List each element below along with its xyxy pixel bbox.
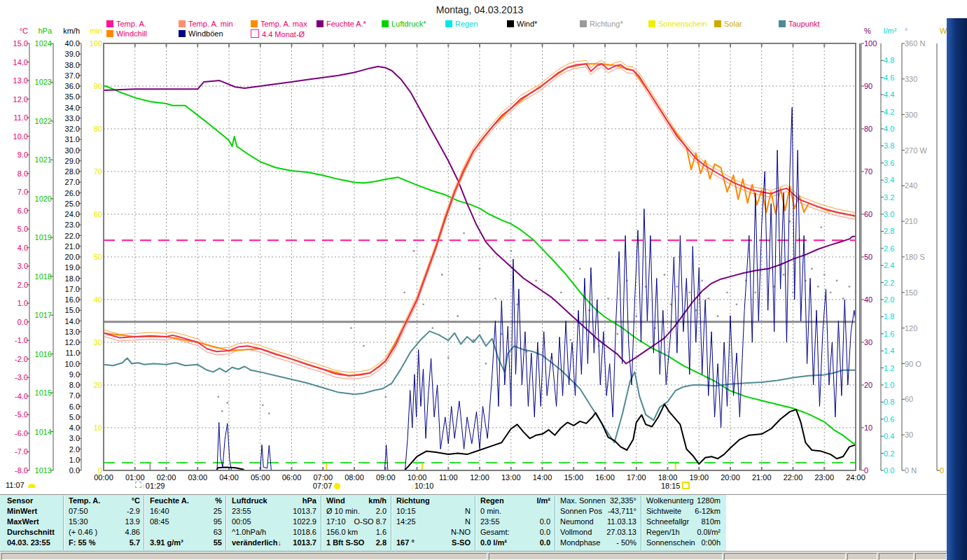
cell-label: Mondphase bbox=[556, 538, 601, 548]
axis-label-kmh: 14.0 bbox=[57, 317, 80, 326]
table-row: 3.91 g/m³55 bbox=[146, 538, 225, 548]
axis-label-deg: 210 bbox=[905, 217, 937, 225]
axis-label-kmh: 7.0 bbox=[57, 391, 80, 400]
table-header-row: Windkm/h bbox=[322, 496, 389, 506]
table-row: N-NO bbox=[392, 527, 473, 538]
sun-outline-icon bbox=[682, 482, 690, 489]
axis-label-kmh: 19.0 bbox=[57, 263, 80, 272]
cell-value: 810m bbox=[701, 517, 723, 527]
cell-value: 0.0l/m² bbox=[697, 527, 723, 538]
axis-unit-deg: ° bbox=[905, 27, 907, 35]
cell-label: Sichtweite bbox=[642, 506, 681, 517]
x-axis-label: 17:00 bbox=[621, 473, 652, 482]
table-row: 16:4025 bbox=[146, 506, 225, 517]
table-row: 17:10O-SO 8.7 bbox=[322, 517, 389, 527]
cell-value: N bbox=[465, 506, 473, 517]
axis-label-kmh: 40.0 bbox=[57, 39, 80, 48]
axis-label-min: 80 bbox=[83, 125, 102, 133]
table-header-row: Richtung bbox=[392, 496, 473, 506]
axis-label-lm2: 4.0 bbox=[884, 125, 916, 133]
table-row: Sonnen Pos-43,711° bbox=[556, 506, 639, 517]
axis-label-kmh: 5.0 bbox=[57, 413, 80, 421]
x-axis-label: 12:00 bbox=[464, 473, 495, 482]
axis-unit-lm2: l/m² bbox=[884, 27, 896, 35]
table-row: Mondphase- 50% bbox=[556, 538, 639, 548]
x-axis-label: 03:00 bbox=[182, 473, 213, 482]
sunrise-corner-marker: 11:07 bbox=[6, 481, 36, 490]
axis-label-hpa: 1018 bbox=[31, 272, 52, 281]
axis-label-hpa: 1024 bbox=[31, 39, 52, 48]
table-row: Sichtweite6-12km bbox=[642, 506, 723, 517]
axis-label-kmh: 0.0 bbox=[57, 466, 80, 475]
table-col-wind: Windkm/hØ 10 min.2.017:10O-SO 8.7156.0 k… bbox=[322, 496, 389, 550]
x-axis-label: 00:00 bbox=[88, 473, 119, 482]
axis-label-lm2: 0.2 bbox=[884, 449, 916, 458]
x-axis-label: 05:00 bbox=[245, 473, 276, 482]
table-row: 156.0 km1.6 bbox=[322, 527, 389, 538]
x-axis-label: 08:00 bbox=[339, 473, 370, 482]
cell-value: 0.0 bbox=[540, 538, 553, 548]
axis-label-min: 100 bbox=[83, 39, 102, 48]
col-header: Wind bbox=[322, 496, 345, 506]
cell-label: F: 55 % bbox=[64, 538, 96, 548]
table-row: Gesamt:0.0 bbox=[476, 527, 553, 538]
table-col-temp: Temp. A.°C07:50-2.915:3013.9(+ 0.46 )4.8… bbox=[64, 496, 143, 550]
status-panel bbox=[915, 553, 947, 560]
axis-label-kmh: 23.0 bbox=[57, 220, 80, 229]
table-row: 167 °S-SO bbox=[392, 538, 473, 548]
cell-value: 4.86 bbox=[125, 527, 143, 538]
axis-label-kmh: 4.0 bbox=[57, 424, 80, 432]
x-axis-label: 21:00 bbox=[746, 473, 777, 482]
cell-value: 63 bbox=[214, 527, 225, 538]
marker-time: 11:07 bbox=[6, 481, 25, 489]
sensor-label: MaxWert bbox=[3, 517, 39, 527]
axis-label-pct: 90 bbox=[864, 82, 896, 90]
cell-label: Regen/1h bbox=[642, 527, 680, 538]
cell-value: -2.9 bbox=[127, 506, 143, 517]
cell-value: 1013.7 bbox=[293, 538, 319, 548]
col-unit: hPa bbox=[302, 496, 319, 506]
cell-value: 1.6 bbox=[376, 527, 389, 538]
axis-label-kmh: 32.0 bbox=[57, 125, 80, 133]
cell-label: (+ 0.46 ) bbox=[64, 527, 97, 538]
axis-label-hpa: 1022 bbox=[31, 117, 52, 125]
axis-label-temp_c: 10.0 bbox=[4, 132, 28, 141]
x-axis-label: 16:00 bbox=[590, 473, 620, 482]
axis-label-kmh: 6.0 bbox=[57, 402, 80, 411]
cell-label: Gesamt: bbox=[476, 527, 510, 538]
x-axis-label: 07:00 bbox=[307, 473, 338, 482]
axis-label-lm2: 1.4 bbox=[884, 346, 916, 355]
table-row: 23:551013.7 bbox=[228, 506, 319, 517]
col-unit: °C bbox=[132, 496, 143, 506]
axis-label-temp_c: -7.0 bbox=[4, 447, 28, 456]
table-row: 23:550.0 bbox=[476, 517, 553, 527]
axis-label-kmh: 31.0 bbox=[57, 135, 80, 144]
cell-label bbox=[146, 527, 150, 538]
axis-label-deg: 30 bbox=[905, 430, 937, 439]
col-unit: km/h bbox=[368, 496, 389, 506]
sun-icon bbox=[334, 483, 340, 489]
cell-value: 6-12km bbox=[695, 506, 723, 517]
axis-label-lm2: 3.2 bbox=[884, 193, 916, 202]
axis-label-kmh: 10.0 bbox=[57, 360, 80, 368]
cell-label: 156.0 km bbox=[322, 527, 358, 538]
cell-value: 25 bbox=[214, 506, 225, 517]
axis-label-temp_c: 14.0 bbox=[4, 58, 28, 66]
x-axis-label: 22:00 bbox=[778, 473, 809, 482]
x-axis-label: 10:00 bbox=[402, 473, 433, 482]
axis-label-kmh: 22.0 bbox=[57, 232, 80, 240]
axis-label-pct: 100 bbox=[864, 39, 896, 48]
axis-label-kmh: 21.0 bbox=[57, 242, 80, 251]
cell-value: 13.9 bbox=[125, 517, 143, 527]
axis-unit-pct: % bbox=[864, 27, 871, 35]
marker-time: 10:10 bbox=[415, 482, 434, 490]
axis-label-kmh: 34.0 bbox=[57, 104, 80, 112]
axis-label-kmh: 27.0 bbox=[57, 178, 80, 186]
cell-label: Vollmond bbox=[556, 527, 592, 538]
cell-label: Schneefallgr bbox=[642, 517, 689, 527]
x-axis-label: 19:00 bbox=[683, 473, 714, 482]
axis-unit-kmh: km/h bbox=[57, 27, 80, 35]
cell-label: 167 ° bbox=[392, 538, 415, 548]
weather-app-window: Montag, 04.03.2013 Temp. A.Temp. A. minT… bbox=[0, 0, 967, 560]
cell-label: veränderlich↓ bbox=[228, 538, 281, 548]
